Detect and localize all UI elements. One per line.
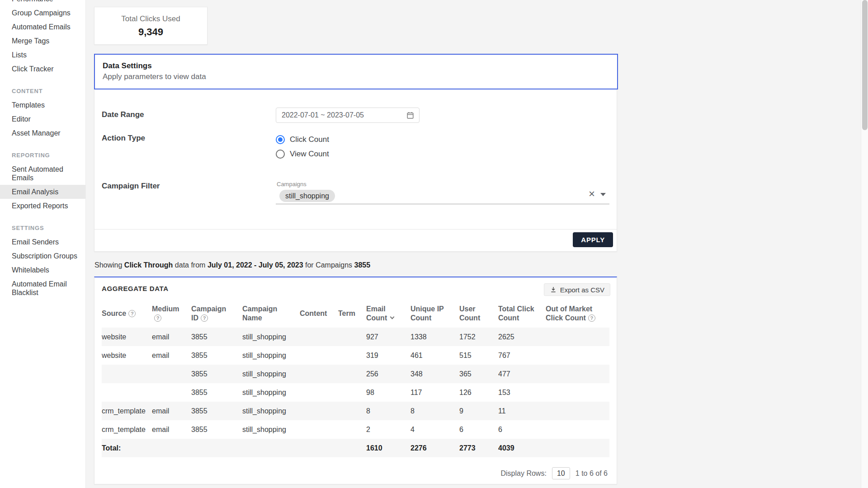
table-cell bbox=[546, 402, 609, 420]
table-cell bbox=[338, 365, 366, 383]
table-cell bbox=[102, 365, 152, 383]
page-scrollbar[interactable] bbox=[861, 0, 868, 488]
data-settings-banner[interactable]: Data Settings Apply parameters to view d… bbox=[94, 54, 618, 89]
aggregate-data-title: AGGREGATE DATA bbox=[102, 285, 169, 292]
column-header-source[interactable]: Source? bbox=[102, 299, 152, 328]
table-cell: email bbox=[152, 402, 191, 420]
sidebar-item-automated-emails[interactable]: Automated Emails bbox=[0, 20, 85, 34]
sidebar-item-email-analysis[interactable]: Email Analysis bbox=[0, 185, 85, 199]
sidebar-item-performance[interactable]: Performance bbox=[0, 0, 85, 6]
column-header-content[interactable]: Content bbox=[300, 299, 338, 328]
table-cell: 9 bbox=[459, 402, 498, 420]
column-header-unique-ip-count[interactable]: Unique IPCount bbox=[410, 299, 459, 328]
sidebar-item-email-senders[interactable]: Email Senders bbox=[0, 235, 85, 249]
total-clicks-card: Total Clicks Used 9,349 bbox=[94, 7, 208, 45]
apply-button[interactable]: APPLY bbox=[573, 232, 613, 247]
table-cell: 256 bbox=[366, 365, 410, 383]
table-cell bbox=[191, 439, 242, 457]
table-cell bbox=[338, 346, 366, 365]
table-cell bbox=[546, 365, 609, 383]
table-cell: still_shopping bbox=[242, 420, 300, 439]
table-cell: 477 bbox=[498, 365, 546, 383]
table-row: websiteemail3855still_shopping3194615157… bbox=[102, 346, 609, 365]
sidebar-item-group-campaigns[interactable]: Group Campaigns bbox=[0, 6, 85, 20]
status-segment: July 01, 2022 - July 05, 2023 bbox=[208, 261, 303, 269]
table-cell bbox=[152, 383, 191, 402]
display-rows-input[interactable] bbox=[552, 467, 570, 479]
table-cell: still_shopping bbox=[242, 402, 300, 420]
table-row: crm_templateemail3855still_shopping2466 bbox=[102, 420, 609, 439]
table-cell: website bbox=[102, 346, 152, 365]
radio-option-view-count[interactable]: View Count bbox=[276, 149, 329, 159]
date-range-label: Date Range bbox=[102, 110, 144, 119]
table-cell: 1338 bbox=[410, 328, 459, 346]
table-cell: 4039 bbox=[498, 439, 546, 457]
sidebar-section-header-content: CONTENT bbox=[0, 76, 85, 98]
radio-selected-icon[interactable] bbox=[276, 135, 285, 144]
sidebar-item-sent-automated-emails[interactable]: Sent Automated Emails bbox=[0, 162, 85, 185]
table-cell: 515 bbox=[459, 346, 498, 365]
help-icon[interactable]: ? bbox=[128, 310, 136, 317]
table-cell: crm_template bbox=[102, 402, 152, 420]
help-icon[interactable]: ? bbox=[154, 314, 161, 322]
table-cell: 8 bbox=[410, 402, 459, 420]
calendar-icon bbox=[406, 111, 415, 120]
column-header-user-count[interactable]: UserCount bbox=[459, 299, 498, 328]
table-cell: 1752 bbox=[459, 328, 498, 346]
table-cell: 8 bbox=[366, 402, 410, 420]
table-cell: 319 bbox=[366, 346, 410, 365]
export-csv-button[interactable]: Export as CSV bbox=[544, 283, 610, 296]
date-range-input[interactable]: 2022-07-01 ~ 2023-07-05 bbox=[276, 108, 420, 123]
sidebar-item-templates[interactable]: Templates bbox=[0, 98, 85, 112]
table-cell: 3855 bbox=[191, 328, 242, 346]
table-cell: 3855 bbox=[191, 383, 242, 402]
sidebar-item-editor[interactable]: Editor bbox=[0, 112, 85, 126]
column-header-campaign-name[interactable]: CampaignName bbox=[242, 299, 300, 328]
sidebar-item-automated-email-blacklist[interactable]: Automated Email Blacklist bbox=[0, 277, 85, 300]
table-cell: Total: bbox=[102, 439, 152, 457]
sidebar-item-exported-reports[interactable]: Exported Reports bbox=[0, 199, 85, 213]
sidebar-item-asset-manager[interactable]: Asset Manager bbox=[0, 126, 85, 140]
table-cell: still_shopping bbox=[242, 328, 300, 346]
campaign-chip[interactable]: still_shopping bbox=[279, 190, 335, 202]
table-cell bbox=[102, 383, 152, 402]
divider bbox=[94, 229, 617, 230]
column-header-medium[interactable]: Medium? bbox=[152, 299, 191, 328]
main-content: Total Clicks Used 9,349 Data Settings Ap… bbox=[94, 0, 617, 488]
table-cell: email bbox=[152, 328, 191, 346]
column-header-total-click-count[interactable]: Total ClickCount bbox=[498, 299, 546, 328]
table-cell bbox=[338, 402, 366, 420]
scrollbar-thumb[interactable] bbox=[862, 0, 868, 130]
table-cell bbox=[546, 420, 609, 439]
help-icon[interactable]: ? bbox=[588, 314, 595, 322]
column-header-campaign-id[interactable]: CampaignID? bbox=[191, 299, 242, 328]
campaigns-select[interactable]: Campaigns still_shopping × bbox=[276, 181, 609, 204]
radio-option-label: View Count bbox=[290, 150, 329, 159]
sidebar-item-whitelabels[interactable]: Whitelabels bbox=[0, 263, 85, 277]
column-header-out-of-market-click-count[interactable]: Out of MarketClick Count? bbox=[546, 299, 609, 328]
column-header-term[interactable]: Term bbox=[338, 299, 366, 328]
table-cell: still_shopping bbox=[242, 346, 300, 365]
column-header-email-count[interactable]: EmailCount bbox=[366, 299, 410, 328]
clear-selection-icon[interactable]: × bbox=[589, 188, 595, 199]
table-cell bbox=[338, 383, 366, 402]
sidebar-item-lists[interactable]: Lists bbox=[0, 48, 85, 62]
status-segment: Click Through bbox=[124, 261, 173, 269]
table-cell bbox=[546, 383, 609, 402]
table-cell bbox=[242, 439, 300, 457]
sort-descending-icon[interactable] bbox=[390, 314, 395, 319]
table-cell: 348 bbox=[410, 365, 459, 383]
aggregate-data-table: Source?Medium?CampaignID?CampaignNameCon… bbox=[102, 299, 609, 457]
help-icon[interactable]: ? bbox=[201, 314, 208, 322]
dropdown-caret-icon[interactable] bbox=[600, 193, 606, 196]
sidebar-item-merge-tags[interactable]: Merge Tags bbox=[0, 34, 85, 48]
table-row: 3855still_shopping256348365477 bbox=[102, 365, 609, 383]
table-cell: 2 bbox=[366, 420, 410, 439]
table-cell: website bbox=[102, 328, 152, 346]
sidebar-item-click-tracker[interactable]: Click Tracker bbox=[0, 62, 85, 76]
sidebar-item-subscription-groups[interactable]: Subscription Groups bbox=[0, 249, 85, 263]
radio-unselected-icon[interactable] bbox=[276, 150, 285, 159]
table-cell bbox=[338, 420, 366, 439]
table-cell: still_shopping bbox=[242, 365, 300, 383]
radio-option-click-count[interactable]: Click Count bbox=[276, 135, 329, 145]
